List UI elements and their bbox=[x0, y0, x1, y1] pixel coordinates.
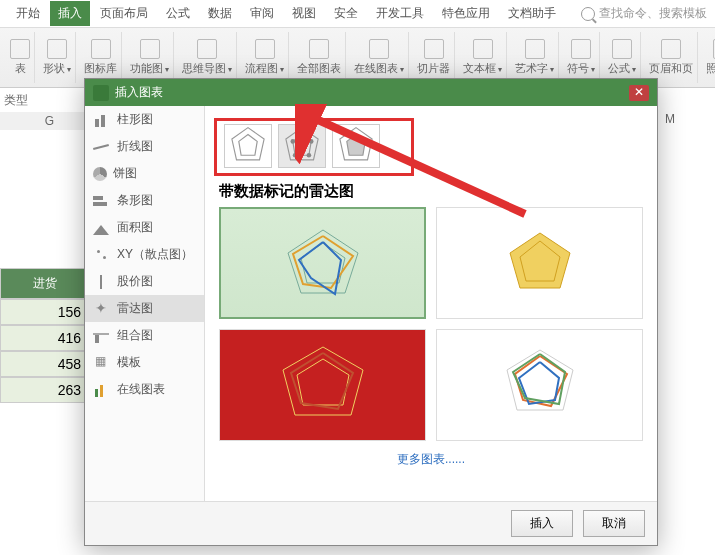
radar-preview-icon bbox=[263, 218, 383, 308]
cell[interactable]: 416 bbox=[0, 325, 90, 351]
data-header[interactable]: 进货 bbox=[0, 268, 90, 299]
ribbon-symbol[interactable]: 符号▾ bbox=[563, 32, 600, 83]
cell[interactable]: 263 bbox=[0, 377, 90, 403]
ribbon-slicer[interactable]: 切片器 bbox=[413, 32, 455, 83]
chevron-down-icon: ▾ bbox=[280, 65, 284, 74]
chart-type-area[interactable]: 面积图 bbox=[85, 214, 204, 241]
table-icon bbox=[10, 39, 30, 59]
chevron-down-icon: ▾ bbox=[550, 65, 554, 74]
menu-start[interactable]: 开始 bbox=[8, 1, 48, 26]
subtype-row bbox=[219, 114, 643, 178]
close-button[interactable]: ✕ bbox=[629, 85, 649, 101]
area-chart-icon bbox=[93, 221, 111, 235]
ribbon-flowchart[interactable]: 流程图▾ bbox=[241, 32, 289, 83]
iconlib-icon bbox=[91, 39, 111, 59]
cell[interactable]: 458 bbox=[0, 351, 90, 377]
radar-preview-icon bbox=[485, 340, 595, 430]
dialog-title-text: 插入图表 bbox=[115, 84, 163, 101]
radar-marker-icon bbox=[279, 123, 325, 169]
chevron-down-icon: ▾ bbox=[591, 65, 595, 74]
insert-chart-dialog: 插入图表 ✕ 柱形图 折线图 饼图 条形图 面积图 XY（散点图） 股价图 雷达… bbox=[84, 78, 658, 546]
ribbon-camera[interactable]: 照相机 bbox=[702, 32, 715, 83]
dialog-titlebar[interactable]: 插入图表 ✕ bbox=[85, 79, 657, 106]
wordart-icon bbox=[525, 39, 545, 59]
search-placeholder: 查找命令、搜索模板 bbox=[599, 5, 707, 22]
funcchart-icon bbox=[140, 39, 160, 59]
menu-formula[interactable]: 公式 bbox=[158, 1, 198, 26]
preview-1[interactable] bbox=[219, 207, 426, 319]
chart-type-radar[interactable]: 雷达图 bbox=[85, 295, 204, 322]
svg-point-8 bbox=[291, 139, 296, 144]
chart-type-stock[interactable]: 股价图 bbox=[85, 268, 204, 295]
template-icon bbox=[93, 356, 111, 370]
search-area[interactable]: 查找命令、搜索模板 bbox=[581, 5, 715, 22]
chart-type-list: 柱形图 折线图 饼图 条形图 面积图 XY（散点图） 股价图 雷达图 组合图 模… bbox=[85, 106, 205, 501]
menu-data[interactable]: 数据 bbox=[200, 1, 240, 26]
preview-3[interactable] bbox=[219, 329, 426, 441]
menu-review[interactable]: 审阅 bbox=[242, 1, 282, 26]
mindmap-icon bbox=[197, 39, 217, 59]
allcharts-icon bbox=[309, 39, 329, 59]
online-chart-icon bbox=[93, 383, 111, 397]
radar-icon bbox=[225, 123, 271, 169]
svg-marker-3 bbox=[293, 135, 311, 156]
menu-dochelper[interactable]: 文档助手 bbox=[500, 1, 564, 26]
chart-type-pie[interactable]: 饼图 bbox=[85, 160, 204, 187]
insert-button[interactable]: 插入 bbox=[511, 510, 573, 537]
ribbon-formula[interactable]: 公式▾ bbox=[604, 32, 641, 83]
menu-devtools[interactable]: 开发工具 bbox=[368, 1, 432, 26]
ribbon-shapes[interactable]: 形状▾ bbox=[39, 32, 76, 83]
radar-subtype-2[interactable] bbox=[278, 124, 326, 168]
cancel-button[interactable]: 取消 bbox=[583, 510, 645, 537]
radar-filled-icon bbox=[333, 123, 379, 169]
cell[interactable]: 156 bbox=[0, 299, 90, 325]
ribbon-table[interactable]: 表 bbox=[6, 32, 35, 83]
chart-type-line[interactable]: 折线图 bbox=[85, 133, 204, 160]
radar-subtype-1[interactable] bbox=[224, 124, 272, 168]
radar-preview-icon bbox=[490, 223, 590, 303]
more-charts-link[interactable]: 更多图表...... bbox=[219, 451, 643, 468]
textbox-icon bbox=[473, 39, 493, 59]
chart-type-hbar[interactable]: 条形图 bbox=[85, 187, 204, 214]
chevron-down-icon: ▾ bbox=[400, 65, 404, 74]
chart-type-online[interactable]: 在线图表 bbox=[85, 376, 204, 403]
headerfooter-icon bbox=[661, 39, 681, 59]
svg-marker-1 bbox=[239, 135, 257, 156]
pie-chart-icon bbox=[93, 167, 107, 181]
combo-chart-icon bbox=[93, 329, 111, 343]
radar-subtype-3[interactable] bbox=[332, 124, 380, 168]
radar-preview-icon bbox=[253, 335, 393, 435]
slicer-icon bbox=[424, 39, 444, 59]
ribbon-headerfooter[interactable]: 页眉和页 bbox=[645, 32, 698, 83]
preview-grid bbox=[219, 207, 643, 441]
chart-type-bar[interactable]: 柱形图 bbox=[85, 106, 204, 133]
shapes-icon bbox=[47, 39, 67, 59]
scatter-chart-icon bbox=[93, 248, 111, 262]
ribbon-mindmap[interactable]: 思维导图▾ bbox=[178, 32, 237, 83]
app-icon bbox=[93, 85, 109, 101]
ribbon-onlinecharts[interactable]: 在线图表▾ bbox=[350, 32, 409, 83]
svg-point-4 bbox=[300, 132, 305, 137]
menu-view[interactable]: 视图 bbox=[284, 1, 324, 26]
menu-pagelayout[interactable]: 页面布局 bbox=[92, 1, 156, 26]
chevron-down-icon: ▾ bbox=[67, 65, 71, 74]
onlinecharts-icon bbox=[369, 39, 389, 59]
ribbon-wordart[interactable]: 艺术字▾ bbox=[511, 32, 559, 83]
stock-chart-icon bbox=[93, 275, 111, 289]
chart-type-combo[interactable]: 组合图 bbox=[85, 322, 204, 349]
preview-2[interactable] bbox=[436, 207, 643, 319]
menu-security[interactable]: 安全 bbox=[326, 1, 366, 26]
svg-marker-11 bbox=[288, 230, 358, 293]
menu-insert[interactable]: 插入 bbox=[50, 1, 90, 26]
preview-4[interactable] bbox=[436, 329, 643, 441]
chevron-down-icon: ▾ bbox=[498, 65, 502, 74]
svg-point-5 bbox=[309, 139, 314, 144]
menu-special[interactable]: 特色应用 bbox=[434, 1, 498, 26]
ribbon-allcharts[interactable]: 全部图表 bbox=[293, 32, 346, 83]
ribbon-iconlib[interactable]: 图标库 bbox=[80, 32, 122, 83]
chart-type-template[interactable]: 模板 bbox=[85, 349, 204, 376]
ribbon-funcchart[interactable]: 功能图▾ bbox=[126, 32, 174, 83]
chart-type-scatter[interactable]: XY（散点图） bbox=[85, 241, 204, 268]
ribbon-textbox[interactable]: 文本框▾ bbox=[459, 32, 507, 83]
search-icon bbox=[581, 7, 595, 21]
